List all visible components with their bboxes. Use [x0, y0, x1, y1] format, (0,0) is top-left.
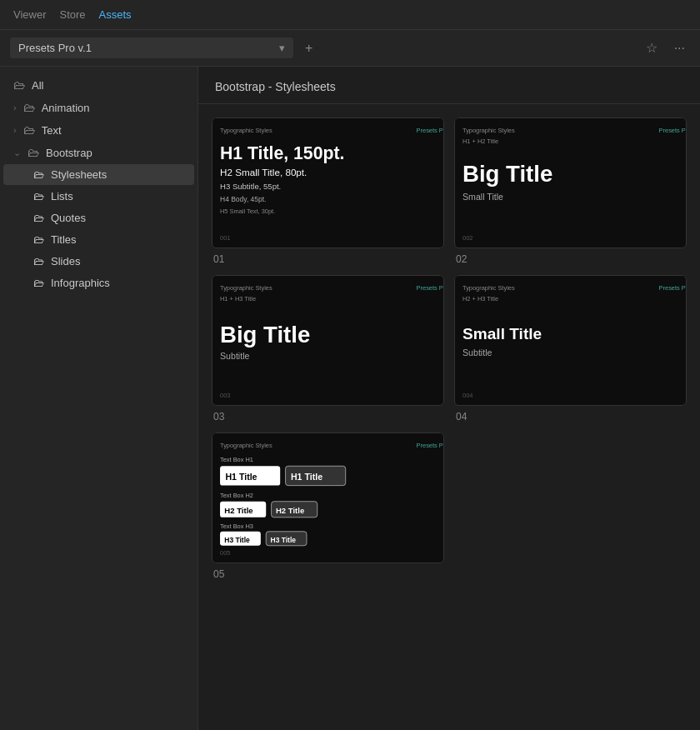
grid-item-01[interactable]: Typographic Styles Presets Pro H1 Title,…: [212, 118, 444, 265]
sidebar-item-titles[interactable]: 🗁 Titles: [3, 229, 194, 250]
grid-item-05[interactable]: Typographic Styles Presets Pro Text Box …: [212, 432, 444, 580]
chevron-right-icon: ›: [13, 102, 17, 112]
sidebar-item-infographics[interactable]: 🗁 Infographics: [3, 272, 194, 293]
folder-icon: 🗁: [23, 123, 35, 137]
folder-icon: 🗁: [33, 168, 44, 181]
svg-text:H1 + H2 Title: H1 + H2 Title: [462, 138, 498, 145]
svg-text:H4 Body, 45pt.: H4 Body, 45pt.: [220, 195, 266, 203]
main-layout: 🗁 All › 🗁 Animation › 🗁 Text ⌄ 🗁 Bootstr…: [0, 67, 700, 730]
chevron-right-icon: ›: [13, 125, 17, 135]
svg-text:005: 005: [220, 549, 230, 557]
svg-text:H2 Title: H2 Title: [224, 505, 252, 514]
svg-text:Presets Pro: Presets Pro: [417, 284, 443, 292]
sidebar-item-all[interactable]: 🗁 All: [3, 74, 194, 96]
folder-icon: 🗁: [33, 212, 44, 224]
star-icon: ☆: [646, 40, 658, 56]
item-label-04: 04: [454, 411, 687, 422]
svg-text:H3 Title: H3 Title: [224, 535, 250, 543]
content-header: Bootstrap - Stylesheets: [198, 67, 700, 104]
svg-text:Typographic Styles: Typographic Styles: [220, 127, 272, 134]
svg-text:004: 004: [462, 392, 472, 399]
thumbnail-svg-05: Typographic Styles Presets Pro Text Box …: [212, 433, 443, 562]
sidebar-item-text[interactable]: › 🗁 Text: [3, 119, 194, 141]
folder-icon: 🗁: [28, 146, 39, 159]
thumbnail-svg-01: Typographic Styles Presets Pro H1 Title,…: [212, 118, 443, 248]
sidebar-item-lists[interactable]: 🗁 Lists: [3, 186, 194, 207]
more-button[interactable]: ···: [669, 38, 690, 59]
thumbnail-svg-04: Typographic Styles Presets Pro H2 + H3 T…: [455, 276, 686, 405]
item-label-01: 01: [212, 253, 444, 265]
grid-container: Typographic Styles Presets Pro H1 Title,…: [198, 104, 700, 593]
svg-text:Text Box H3: Text Box H3: [220, 522, 253, 529]
folder-icon: 🗁: [13, 78, 25, 92]
preset-label: Presets Pro v.1: [18, 42, 92, 54]
thumbnail-05: Typographic Styles Presets Pro Text Box …: [212, 432, 444, 563]
nav-assets[interactable]: Assets: [99, 7, 132, 22]
preset-dropdown[interactable]: Presets Pro v.1 ▾: [10, 38, 293, 58]
item-label-02: 02: [454, 253, 687, 265]
svg-text:Presets Pro: Presets Pro: [659, 127, 686, 134]
sidebar-item-label: Quotes: [51, 212, 86, 224]
grid-item-02[interactable]: Typographic Styles Presets Pro H1 + H2 T…: [454, 118, 687, 265]
toolbar: Presets Pro v.1 ▾ + ☆ ···: [0, 30, 700, 67]
svg-text:Subtitle: Subtitle: [220, 351, 249, 361]
svg-text:Typographic Styles: Typographic Styles: [220, 284, 272, 292]
svg-text:H2 Small Title, 80pt.: H2 Small Title, 80pt.: [220, 167, 307, 178]
sidebar-item-label: Text: [42, 124, 62, 137]
grid-item-03[interactable]: Typographic Styles Presets Pro H1 + H3 T…: [212, 275, 444, 422]
folder-icon: 🗁: [23, 101, 35, 114]
sidebar-item-stylesheets[interactable]: 🗁 Stylesheets: [3, 164, 194, 185]
svg-text:003: 003: [220, 392, 230, 399]
plus-icon: +: [305, 41, 312, 56]
svg-text:H3 Subtitle, 55pt.: H3 Subtitle, 55pt.: [220, 182, 281, 191]
folder-icon: 🗁: [33, 277, 44, 289]
svg-text:H1 + H3 Title: H1 + H3 Title: [220, 295, 256, 302]
chevron-down-icon: ⌄: [13, 148, 21, 158]
star-button[interactable]: ☆: [641, 37, 662, 59]
sidebar-item-label: Slides: [51, 255, 80, 268]
thumbnail-02: Typographic Styles Presets Pro H1 + H2 T…: [454, 118, 687, 248]
grid-item-04[interactable]: Typographic Styles Presets Pro H2 + H3 T…: [454, 275, 687, 422]
sidebar-item-quotes[interactable]: 🗁 Quotes: [3, 208, 194, 228]
svg-text:H3 Title: H3 Title: [271, 535, 297, 543]
svg-text:Small Title: Small Title: [462, 192, 503, 202]
svg-text:Subtitle: Subtitle: [462, 347, 492, 357]
sidebar-item-animation[interactable]: › 🗁 Animation: [3, 97, 194, 118]
thumbnail-svg-02: Typographic Styles Presets Pro H1 + H2 T…: [455, 118, 686, 248]
sidebar-item-label: Lists: [51, 190, 73, 202]
svg-text:002: 002: [462, 234, 472, 242]
svg-text:H2 Title: H2 Title: [276, 505, 304, 514]
folder-icon: 🗁: [33, 190, 44, 202]
item-label-05: 05: [212, 568, 444, 580]
thumbnail-svg-03: Typographic Styles Presets Pro H1 + H3 T…: [212, 276, 443, 405]
content-area: Bootstrap - Stylesheets Typographic Styl…: [198, 67, 700, 730]
chevron-down-icon: ▾: [279, 42, 285, 54]
svg-text:Presets Pro: Presets Pro: [417, 442, 443, 449]
svg-text:Text Box H1: Text Box H1: [220, 456, 253, 463]
svg-text:Small Title: Small Title: [462, 325, 542, 342]
svg-text:Typographic Styles: Typographic Styles: [220, 442, 272, 449]
sidebar-item-slides[interactable]: 🗁 Slides: [3, 251, 194, 272]
sidebar-item-label: Titles: [51, 233, 77, 246]
svg-text:Text Box H2: Text Box H2: [220, 492, 253, 499]
ellipsis-icon: ···: [674, 41, 685, 56]
thumbnail-03: Typographic Styles Presets Pro H1 + H3 T…: [212, 275, 444, 406]
svg-text:Presets Pro: Presets Pro: [417, 127, 443, 134]
svg-text:Presets Pro: Presets Pro: [659, 284, 686, 292]
svg-text:Big Title: Big Title: [462, 161, 552, 187]
sidebar-item-label: Bootstrap: [46, 147, 92, 159]
svg-text:H1 Title: H1 Title: [225, 472, 257, 482]
svg-text:H1 Title, 150pt.: H1 Title, 150pt.: [220, 143, 344, 163]
sidebar: 🗁 All › 🗁 Animation › 🗁 Text ⌄ 🗁 Bootstr…: [0, 67, 198, 730]
nav-store[interactable]: Store: [60, 7, 86, 22]
svg-text:Typographic Styles: Typographic Styles: [462, 127, 515, 134]
top-navigation: Viewer Store Assets: [0, 0, 700, 30]
folder-icon: 🗁: [33, 233, 44, 246]
add-button[interactable]: +: [300, 38, 318, 59]
svg-text:Typographic Styles: Typographic Styles: [462, 284, 515, 292]
nav-viewer[interactable]: Viewer: [13, 7, 47, 22]
sidebar-item-bootstrap[interactable]: ⌄ 🗁 Bootstrap: [3, 142, 194, 163]
thumbnail-04: Typographic Styles Presets Pro H2 + H3 T…: [454, 275, 687, 406]
sidebar-item-label: Animation: [42, 102, 90, 114]
svg-text:H5 Small Text, 30pt.: H5 Small Text, 30pt.: [220, 208, 275, 215]
